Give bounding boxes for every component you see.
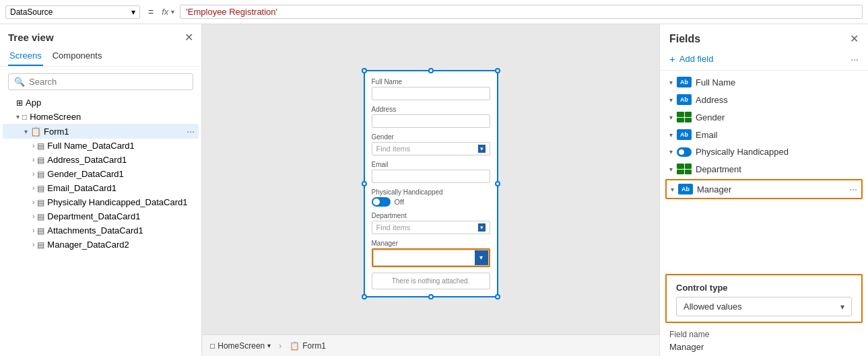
field-item-address[interactable]: ▾ Ab Address	[660, 91, 868, 108]
add-field-menu-button[interactable]: ···	[850, 54, 859, 65]
expand-icon: ▾	[669, 96, 673, 104]
resize-handle-top-mid[interactable]	[428, 68, 434, 73]
add-field-button[interactable]: Add field	[679, 54, 714, 64]
control-type-chevron-icon: ▾	[840, 302, 844, 312]
homescreen-breadcrumb[interactable]: □ HomeScreen ▾	[210, 341, 271, 351]
expand-icon: ›	[32, 241, 34, 248]
tree-close-button[interactable]: ✕	[185, 31, 193, 44]
form1-label: Form1	[302, 341, 326, 351]
control-type-heading: Control type	[676, 283, 852, 293]
field-type-icon-grid	[677, 164, 692, 174]
manager-dropdown-button[interactable]: ▾	[475, 250, 488, 265]
equals-symbol: =	[145, 7, 156, 17]
expand-icon: ›	[32, 184, 34, 192]
tree-item-gender-card[interactable]: › ▤ Gender_DataCard1	[3, 167, 199, 181]
field-icon: ▤	[37, 240, 44, 250]
manager-input[interactable]	[374, 252, 475, 264]
resize-handle-left-mid[interactable]	[362, 181, 367, 186]
chevron-icon: ▾	[267, 342, 271, 349]
resize-handle-top-right[interactable]	[495, 68, 500, 73]
gender-placeholder: Find items	[376, 145, 411, 153]
search-input[interactable]	[29, 77, 187, 87]
top-bar: DataSource ▾ = fx ▾ 'Employee Registrati…	[0, 0, 868, 24]
homescreen-label: HomeScreen	[218, 341, 265, 351]
manager-inner: ▾	[373, 250, 489, 266]
resize-handle-top-left[interactable]	[362, 68, 367, 73]
search-box: 🔍	[8, 73, 193, 90]
formula-bar[interactable]: 'Employee Registration'	[180, 5, 863, 19]
tree-item-label: Form1	[44, 127, 182, 137]
tree-item-label: Address_DataCard1	[47, 155, 196, 165]
fields-panel: Fields ✕ + Add field ··· ▾ Ab Full Name …	[659, 24, 868, 356]
address-input[interactable]	[372, 114, 490, 128]
field-item-email[interactable]: ▾ Ab Email	[660, 126, 868, 143]
main-layout: Tree view ✕ Screens Components 🔍 ⊞ App ▾…	[0, 24, 868, 356]
tree-item-dept-card[interactable]: › ▤ Department_DataCard1	[3, 209, 199, 223]
dept-dropdown[interactable]: Find items ▾	[372, 221, 490, 234]
department-field: Department Find items ▾	[372, 212, 490, 234]
gender-dropdown[interactable]: Find items ▾	[372, 142, 490, 155]
tree-item-homescreen[interactable]: ▾ □ HomeScreen	[3, 110, 199, 124]
field-name-label: Department	[696, 164, 859, 174]
resize-handle-right-mid[interactable]	[495, 181, 500, 186]
tree-item-label: HomeScreen	[30, 112, 196, 122]
tree-title: Tree view	[8, 32, 54, 43]
form-preview-wrapper: Full Name Address Gender Find items ▾	[364, 70, 498, 297]
tree-item-attach-card[interactable]: › ▤ Attachments_DataCard1	[3, 223, 199, 238]
fullname-input[interactable]	[372, 87, 490, 100]
field-type-icon-text: Ab	[677, 77, 692, 87]
app-icon: ⊞	[16, 98, 23, 108]
manager-field-menu-button[interactable]: ···	[849, 184, 857, 194]
search-icon: 🔍	[14, 77, 25, 87]
field-type-icon-text: Ab	[677, 129, 692, 140]
manager-label: Manager	[372, 240, 490, 247]
datasource-label: DataSource	[10, 7, 53, 17]
tree-item-email-card[interactable]: › ▤ Email_DataCard1	[3, 181, 199, 195]
tab-screens[interactable]: Screens	[8, 48, 43, 66]
field-name-value: Manager	[660, 341, 868, 356]
resize-handle-bot-left[interactable]	[362, 294, 367, 299]
field-icon: ▤	[37, 226, 44, 236]
field-icon: ▤	[37, 184, 44, 193]
tree-item-form1[interactable]: ▾ 📋 Form1 ···	[3, 124, 199, 139]
email-label: Email	[372, 161, 490, 168]
field-item-dept[interactable]: ▾ Department	[660, 160, 868, 178]
field-item-gender[interactable]: ▾ Gender	[660, 108, 868, 126]
ph-toggle[interactable]: Off	[372, 197, 490, 207]
form1-menu-button[interactable]: ···	[185, 126, 196, 137]
resize-handle-bot-mid[interactable]	[428, 294, 434, 299]
expand-icon: ›	[32, 227, 34, 234]
tree-item-ph-card[interactable]: › ▤ Physically Handicapped_DataCard1	[3, 195, 199, 209]
form1-breadcrumb[interactable]: 📋 Form1	[290, 341, 326, 351]
control-type-section-wrapper: Control type Allowed values ▾	[665, 274, 863, 323]
expand-icon: ▾	[669, 148, 673, 155]
email-input[interactable]	[372, 170, 490, 183]
field-item-manager[interactable]: ▾ Ab Manager ···	[667, 180, 861, 198]
tree-item-label: Manager_DataCard2	[47, 240, 196, 250]
control-type-dropdown[interactable]: Allowed values ▾	[676, 297, 852, 316]
gender-chevron-icon: ▾	[478, 145, 486, 153]
fields-close-button[interactable]: ✕	[850, 32, 859, 45]
add-field-icon: +	[669, 53, 675, 65]
expand-icon: ▾	[24, 128, 28, 135]
control-type-value: Allowed values	[683, 301, 742, 312]
field-name-label: Gender	[696, 112, 859, 122]
tree-item-manager-card[interactable]: › ▤ Manager_DataCard2	[3, 238, 199, 252]
datasource-selector[interactable]: DataSource ▾	[5, 5, 140, 19]
tree-item-app[interactable]: ⊞ App	[3, 96, 199, 110]
tab-components[interactable]: Components	[51, 48, 104, 66]
resize-handle-bot-right[interactable]	[495, 294, 500, 299]
field-item-fullname[interactable]: ▾ Ab Full Name	[660, 73, 868, 91]
form-preview[interactable]: Full Name Address Gender Find items ▾	[364, 70, 498, 297]
manager-field[interactable]: ▾	[372, 248, 490, 267]
expand-icon: ›	[32, 199, 34, 206]
tree-item-label: Gender_DataCard1	[47, 169, 196, 179]
field-icon: ▤	[37, 155, 44, 165]
gender-field: Gender Find items ▾	[372, 133, 490, 155]
field-icon: ▤	[37, 212, 44, 221]
tree-item-address-card[interactable]: › ▤ Address_DataCard1	[3, 153, 199, 167]
field-item-ph[interactable]: ▾ Physically Handicapped	[660, 143, 868, 160]
fx-chevron-icon: ▾	[171, 8, 174, 15]
tree-item-fullname-card[interactable]: › ▤ Full Name_DataCard1	[3, 139, 199, 153]
dept-placeholder: Find items	[376, 223, 411, 232]
